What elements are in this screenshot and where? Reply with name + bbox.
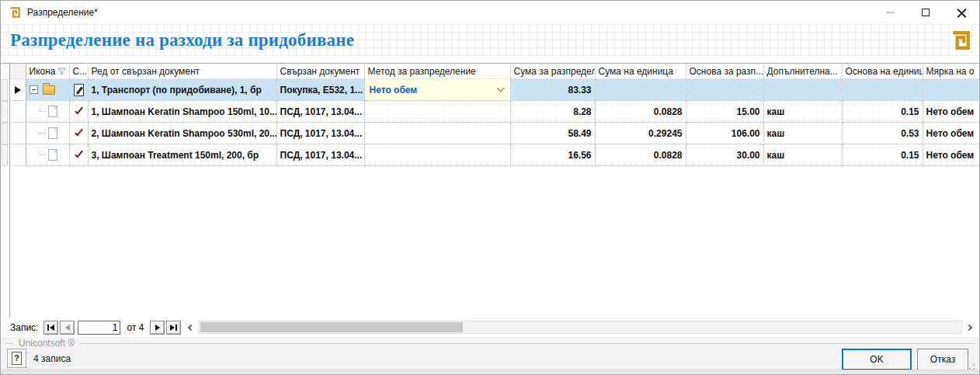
- previous-record-button[interactable]: [60, 321, 75, 335]
- cell-base[interactable]: 106.00: [686, 123, 763, 144]
- row-selector-cell[interactable]: [10, 144, 26, 166]
- cell-unit-base[interactable]: 0.53: [842, 123, 923, 144]
- distribution-grid: Икона С... Ред от свързан документ Свърз…: [1, 63, 979, 318]
- cell-amount[interactable]: 8.28: [510, 101, 595, 123]
- cell-extra[interactable]: каш: [763, 144, 842, 166]
- column-header-icon[interactable]: Икона: [26, 64, 69, 79]
- row-selector-cell[interactable]: [10, 123, 26, 144]
- chevron-down-icon[interactable]: [496, 85, 504, 92]
- cell-measure[interactable]: Нето обем: [923, 101, 980, 123]
- collapse-icon[interactable]: [30, 85, 38, 94]
- cell-unit-amount[interactable]: 0.29245: [595, 123, 686, 144]
- cell-row-doc[interactable]: 2, Шампоан Keratin Shampoo 530ml, 20...: [88, 123, 276, 144]
- column-header-extra[interactable]: Допълнителна...: [763, 64, 842, 79]
- table-row[interactable]: 2, Шампоан Keratin Shampoo 530ml, 20... …: [10, 123, 980, 144]
- minimize-button[interactable]: [872, 1, 908, 24]
- cell-row-doc[interactable]: 1, Шампоан Keratin Shampoo 150ml, 10...: [88, 101, 276, 123]
- column-header-unit-base[interactable]: Основа на единица: [842, 64, 923, 79]
- brand-label: Unicontsoft ®: [13, 338, 80, 349]
- filter-funnel-icon[interactable]: [57, 68, 66, 75]
- cell-unit-amount[interactable]: 0.0828: [595, 144, 686, 166]
- header-band: Разпределение на разходи за придобиване: [1, 24, 979, 57]
- scroll-left-icon[interactable]: [188, 324, 194, 330]
- gutter-cell: [2, 144, 8, 166]
- row-selector-cell[interactable]: [10, 79, 26, 101]
- column-header-measure[interactable]: Мярка на о: [923, 64, 980, 79]
- minimize-icon: [886, 12, 895, 13]
- cell-unit-base[interactable]: [842, 79, 923, 101]
- footer: Unicontsoft ® ? 4 записа OK Отказ: [1, 337, 979, 374]
- cell-unit-base[interactable]: 0.15: [842, 101, 923, 123]
- record-number-input[interactable]: [78, 321, 120, 335]
- cell-linked-doc[interactable]: Покупка, Е532, 1...: [276, 79, 364, 101]
- cell-measure[interactable]: Нето обем: [923, 123, 980, 144]
- cell-icon[interactable]: [26, 123, 69, 144]
- cell-icon[interactable]: [26, 101, 69, 123]
- window: Разпределение* Разпределение на разходи …: [0, 0, 980, 375]
- cell-extra[interactable]: каш: [763, 123, 842, 144]
- cell-status[interactable]: [69, 101, 88, 123]
- checkmark-icon: [75, 127, 83, 137]
- next-record-button[interactable]: [150, 321, 165, 335]
- column-header-status[interactable]: С...: [69, 64, 88, 79]
- cell-amount[interactable]: 58.49: [510, 123, 595, 144]
- gutter-cell: [2, 79, 8, 101]
- cell-method[interactable]: [364, 101, 510, 123]
- close-button[interactable]: [944, 1, 979, 24]
- cell-linked-doc[interactable]: ПСД, 1017, 13.04...: [276, 123, 364, 144]
- cell-method[interactable]: Нето обем: [364, 79, 510, 101]
- column-header-amount[interactable]: Сума за разпределяне: [510, 64, 595, 79]
- cell-status[interactable]: [69, 79, 88, 101]
- column-header-base[interactable]: Основа за разп...: [686, 64, 763, 79]
- table-row[interactable]: 3, Шампоан Treatment 150ml, 200, бр ПСД,…: [10, 144, 980, 166]
- cell-unit-base[interactable]: 0.15: [842, 144, 923, 166]
- cell-base[interactable]: 15.00: [686, 101, 763, 123]
- resize-grip[interactable]: [973, 364, 975, 366]
- scroll-right-icon[interactable]: [966, 324, 972, 330]
- cell-linked-doc[interactable]: ПСД, 1017, 13.04...: [276, 101, 364, 123]
- row-selector-cell[interactable]: [10, 101, 26, 123]
- cancel-button[interactable]: Отказ: [917, 349, 968, 370]
- header-row: Икона С... Ред от свързан документ Свърз…: [10, 64, 980, 79]
- scrollbar-thumb[interactable]: [200, 322, 463, 332]
- column-header-row-doc[interactable]: Ред от свързан документ: [88, 64, 276, 79]
- gutter-cell: [2, 123, 8, 144]
- first-record-button[interactable]: [43, 321, 58, 335]
- gutter-cell: [2, 101, 8, 123]
- cell-icon[interactable]: [26, 79, 69, 101]
- method-dropdown[interactable]: Нето обем: [365, 79, 510, 100]
- cell-unit-amount[interactable]: [595, 79, 686, 101]
- column-header-unit-amount[interactable]: Сума на единица: [595, 64, 686, 79]
- record-count-label: от 4: [127, 322, 144, 333]
- cell-status[interactable]: [69, 144, 88, 166]
- checkmark-icon: [75, 149, 83, 158]
- cell-icon[interactable]: [26, 144, 69, 166]
- cell-base[interactable]: [686, 79, 763, 101]
- column-header-selector: [10, 64, 26, 79]
- column-header-linked-doc[interactable]: Свързан документ: [276, 64, 364, 79]
- window-title: Разпределение*: [27, 7, 98, 18]
- horizontal-scrollbar[interactable]: [198, 321, 962, 334]
- cell-extra[interactable]: каш: [763, 101, 842, 123]
- cell-measure[interactable]: Нето обем: [923, 144, 980, 166]
- maximize-button[interactable]: [908, 1, 944, 24]
- cell-extra[interactable]: [763, 79, 842, 101]
- cell-amount[interactable]: 16.56: [510, 144, 595, 166]
- window-bottom-edge: [1, 370, 979, 374]
- cell-measure[interactable]: [923, 79, 980, 101]
- cell-row-doc[interactable]: 1, Транспорт (по придобиване), 1, бр: [88, 79, 276, 101]
- cell-method[interactable]: [364, 144, 510, 166]
- cell-status[interactable]: [69, 123, 88, 144]
- ok-button[interactable]: OK: [842, 349, 912, 370]
- table-row[interactable]: 1, Шампоан Keratin Shampoo 150ml, 10... …: [10, 101, 980, 123]
- cell-row-doc[interactable]: 3, Шампоан Treatment 150ml, 200, бр: [88, 144, 276, 166]
- cell-base[interactable]: 30.00: [686, 144, 763, 166]
- table-row-parent[interactable]: 1, Транспорт (по придобиване), 1, бр Пок…: [10, 79, 980, 101]
- cell-linked-doc[interactable]: ПСД, 1017, 13.04...: [276, 144, 364, 166]
- cell-method[interactable]: [364, 123, 510, 144]
- last-record-button[interactable]: [166, 321, 181, 335]
- help-button[interactable]: ?: [7, 349, 26, 368]
- cell-amount[interactable]: 83.33: [510, 79, 595, 101]
- column-header-method[interactable]: Метод за разпределение: [364, 64, 510, 79]
- cell-unit-amount[interactable]: 0.0828: [595, 101, 686, 123]
